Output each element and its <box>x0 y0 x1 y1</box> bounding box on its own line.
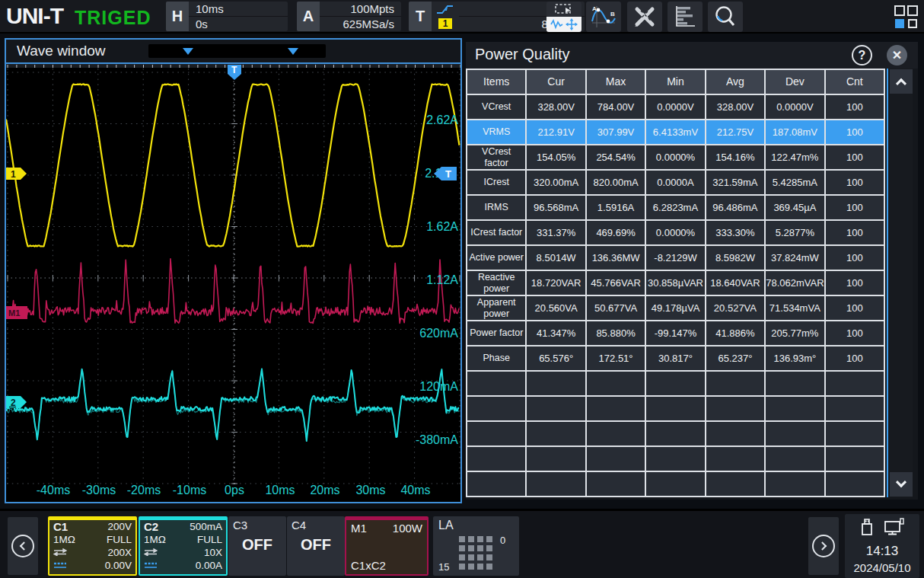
pq-value-cell[interactable]: 187.08mV <box>766 120 824 144</box>
close-icon[interactable]: ✕ <box>887 45 907 65</box>
horizontal-offset-value[interactable]: 0s <box>189 17 288 31</box>
pq-header-cell[interactable]: Items <box>467 70 525 94</box>
pq-value-cell[interactable]: 154.16% <box>706 145 764 169</box>
pq-value-cell[interactable]: 6.4133mV <box>646 120 704 144</box>
pq-item-cell[interactable]: Phase <box>467 346 525 370</box>
pq-value-cell[interactable]: 6.2823mA <box>646 196 704 219</box>
pq-value-cell[interactable]: 122.47m% <box>766 145 824 169</box>
pq-item-cell[interactable]: Active power <box>467 246 525 270</box>
histogram-tool-button[interactable] <box>668 2 703 32</box>
waveform-canvas[interactable]: 1M122.62A2.12A1.62A1.12A620mA120mA-380mA… <box>6 64 460 500</box>
timebase-value[interactable]: 10ms <box>189 2 288 17</box>
cursor-ab-tool-button[interactable]: AB <box>586 2 621 32</box>
window-layout-button[interactable] <box>894 5 918 29</box>
measure-tool-button[interactable] <box>627 2 662 32</box>
pq-value-cell[interactable]: 100 <box>826 196 884 219</box>
pq-value-cell[interactable]: 100 <box>826 95 884 119</box>
pq-value-cell[interactable]: 30.858µVAR <box>646 271 704 295</box>
pq-value-cell[interactable]: 49.178µVA <box>646 296 704 320</box>
pq-value-cell[interactable]: 18.720VAR <box>527 271 585 295</box>
pq-value-cell[interactable]: 65.237° <box>706 346 764 370</box>
ch2-position-marker[interactable] <box>6 396 27 408</box>
pq-value-cell[interactable]: 154.05% <box>527 145 585 169</box>
pq-value-cell[interactable]: 0.0000% <box>646 221 704 244</box>
pq-value-cell[interactable]: -99.147% <box>646 321 704 345</box>
pq-value-cell[interactable]: 20.527VA <box>706 296 764 320</box>
pq-value-cell[interactable]: 100 <box>826 346 884 370</box>
pq-header-cell[interactable]: Min <box>646 70 704 94</box>
pq-value-cell[interactable]: 784.00V <box>587 95 645 119</box>
pq-value-cell[interactable]: 78.062mVAR <box>766 271 824 295</box>
pq-item-cell[interactable]: Reactive power <box>467 271 525 295</box>
pq-value-cell[interactable]: 0.0000A <box>646 171 704 194</box>
pq-value-cell[interactable]: 96.568mA <box>527 196 585 219</box>
pq-value-cell[interactable]: 100 <box>826 271 884 295</box>
channel3-card[interactable]: C3 OFF <box>228 516 286 576</box>
pq-value-cell[interactable]: 469.69% <box>587 221 645 244</box>
pq-header-cell[interactable]: Avg <box>706 70 764 94</box>
pq-value-cell[interactable]: 100 <box>826 120 884 144</box>
pq-value-cell[interactable]: 0.0000V <box>646 95 704 119</box>
pq-value-cell[interactable]: 320.00mA <box>527 171 585 194</box>
pq-value-cell[interactable]: 100 <box>826 221 884 244</box>
search-tool-button[interactable] <box>708 2 743 32</box>
pq-value-cell[interactable]: 20.560VA <box>527 296 585 320</box>
pq-value-cell[interactable]: 85.880% <box>587 321 645 345</box>
waveform-display[interactable]: 1M122.62A2.12A1.62A1.12A620mA120mA-380mA… <box>6 64 460 500</box>
pq-value-cell[interactable]: 100 <box>826 246 884 270</box>
pq-value-cell[interactable]: 100 <box>826 321 884 345</box>
pq-item-cell[interactable]: VCrest <box>467 95 525 119</box>
pq-value-cell[interactable]: 100 <box>826 145 884 169</box>
ch1-position-marker[interactable] <box>6 168 27 180</box>
pq-value-cell[interactable]: 65.576° <box>527 346 585 370</box>
pq-value-cell[interactable]: 328.00V <box>706 95 764 119</box>
next-page-button[interactable] <box>808 517 839 575</box>
zoom-right-handle-icon[interactable] <box>288 48 298 55</box>
pq-value-cell[interactable]: 41.886% <box>706 321 764 345</box>
select-zone-tool-button[interactable] <box>546 2 581 32</box>
channel1-card[interactable]: C1200V 1MΩFULL 200X 0.00V <box>48 516 137 576</box>
pq-value-cell[interactable]: 37.824mW <box>766 246 824 270</box>
acquire-settings-group[interactable]: A 100Mpts 625MSa/s <box>297 2 401 31</box>
pq-value-cell[interactable]: 50.677VA <box>587 296 645 320</box>
horizontal-settings-group[interactable]: H 10ms 0s <box>166 2 288 31</box>
pq-value-cell[interactable]: 205.77m% <box>766 321 824 345</box>
pq-value-cell[interactable]: 1.5916A <box>587 196 645 219</box>
pq-value-cell[interactable]: 100 <box>826 171 884 194</box>
zoom-range-bar[interactable] <box>148 44 326 58</box>
pq-value-cell[interactable]: 45.766VAR <box>587 271 645 295</box>
pq-header-cell[interactable]: Dev <box>766 70 824 94</box>
pq-value-cell[interactable]: 172.51° <box>587 346 645 370</box>
scroll-down-button[interactable] <box>890 472 913 497</box>
pq-value-cell[interactable]: 333.30% <box>706 221 764 244</box>
pq-value-cell[interactable]: 71.534mVA <box>766 296 824 320</box>
pq-value-cell[interactable]: 30.817° <box>646 346 704 370</box>
pq-item-cell[interactable]: Power factor <box>467 321 525 345</box>
pq-value-cell[interactable]: 96.486mA <box>706 196 764 219</box>
help-icon[interactable]: ? <box>852 45 872 65</box>
pq-value-cell[interactable]: 5.4285mA <box>766 171 824 194</box>
pq-value-cell[interactable]: 212.91V <box>527 120 585 144</box>
pq-item-cell[interactable]: ICrest <box>467 171 525 194</box>
channel2-card[interactable]: C2500mA 1MΩFULL 10X 0.00A <box>139 516 228 576</box>
memory-depth-value[interactable]: 100Mpts <box>320 2 401 17</box>
pq-value-cell[interactable]: 254.54% <box>587 145 645 169</box>
pq-header-cell[interactable]: Cur <box>527 70 585 94</box>
logic-analyzer-card[interactable]: LA 0 15 <box>433 516 519 576</box>
pq-value-cell[interactable]: 0.0000V <box>766 95 824 119</box>
sample-rate-value[interactable]: 625MSa/s <box>320 17 401 31</box>
math-channel-card[interactable]: M1100W C1xC2 <box>345 516 429 576</box>
pq-value-cell[interactable]: 321.59mA <box>706 171 764 194</box>
pq-value-cell[interactable]: 136.36MW <box>587 246 645 270</box>
zoom-left-handle-icon[interactable] <box>183 48 193 55</box>
pq-item-cell[interactable]: ICrest factor <box>467 221 525 244</box>
prev-page-button[interactable] <box>8 517 38 575</box>
pq-value-cell[interactable]: 5.2877% <box>766 221 824 244</box>
pq-value-cell[interactable]: 212.75V <box>706 120 764 144</box>
pq-value-cell[interactable]: 820.00mA <box>587 171 645 194</box>
pq-value-cell[interactable]: 307.99V <box>587 120 645 144</box>
pq-value-cell[interactable]: -8.2129W <box>646 246 704 270</box>
table-scrollbar[interactable] <box>887 69 913 497</box>
pq-value-cell[interactable]: 41.347% <box>527 321 585 345</box>
pq-header-cell[interactable]: Max <box>587 70 645 94</box>
